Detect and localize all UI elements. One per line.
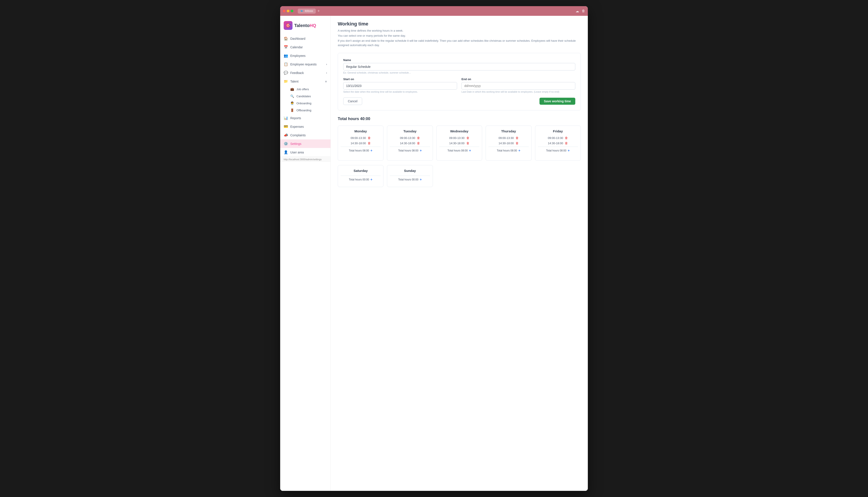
delete-friday-slot-2[interactable]: 🗑 [565, 141, 568, 145]
end-label: End on [461, 77, 575, 81]
hours-section: Total hours 40:00 Monday 09:00-13:30 🗑 1… [338, 116, 581, 187]
sidebar-item-complaints[interactable]: 📣 Complaints [280, 131, 331, 139]
monday-slot-2: 14:30-18:00 🗑 [341, 141, 381, 145]
sidebar-item-offboarding[interactable]: 🚪 Offboarding [280, 107, 331, 114]
saturday-total: Total hours 00:00 [349, 178, 369, 181]
complaints-icon: 📣 [284, 133, 288, 137]
titlebar: 🐦 RRHH + ☁ 🗑 [280, 6, 588, 16]
wednesday-slot-1: 09:00-13:30 🗑 [439, 136, 479, 140]
sidebar-label-reports: Reports [290, 116, 301, 120]
saturday-add-button[interactable]: + [371, 178, 372, 182]
sidebar-item-feedback[interactable]: 💬 Feedback › [280, 69, 331, 77]
tuesday-total: Total hours 08:00 [398, 149, 418, 152]
delete-wednesday-slot-1[interactable]: 🗑 [466, 136, 469, 140]
delete-friday-slot-1[interactable]: 🗑 [565, 136, 568, 140]
sidebar-item-employees[interactable]: 👥 Employees [280, 51, 331, 60]
start-label: Start on [343, 77, 457, 81]
minimize-button[interactable] [287, 10, 289, 12]
wednesday-slot-2: 14:30-18:00 🗑 [439, 141, 479, 145]
day-name-saturday: Saturday [341, 169, 381, 172]
sidebar-label-calendar: Calendar [290, 45, 303, 49]
sidebar-item-employee-requests[interactable]: 📋 Employee requests › [280, 60, 331, 69]
day-name-monday: Monday [341, 129, 381, 133]
maximize-button[interactable] [291, 10, 293, 12]
start-input[interactable] [343, 82, 457, 89]
active-tab[interactable]: 🐦 RRHH [298, 9, 316, 14]
home-icon: 🏠 [284, 37, 288, 41]
total-hours-title: Total hours 40:00 [338, 116, 581, 121]
cancel-button[interactable]: Cancel [343, 98, 362, 105]
sidebar-label-employee-requests: Employee requests [290, 62, 317, 66]
expenses-icon: 💳 [284, 125, 288, 129]
delete-wednesday-slot-2[interactable]: 🗑 [466, 141, 469, 145]
sidebar-label-feedback: Feedback [290, 71, 304, 75]
end-input[interactable] [461, 82, 575, 89]
sidebar-item-user-area[interactable]: 👤 User area [280, 148, 331, 157]
thursday-add-button[interactable]: + [519, 148, 520, 153]
wednesday-add-button[interactable]: + [469, 148, 471, 153]
tuesday-add-button[interactable]: + [420, 148, 422, 153]
delete-thursday-slot-2[interactable]: 🗑 [515, 141, 519, 145]
cloud-icon[interactable]: ☁ [576, 9, 579, 13]
start-hint: Select the date when this working time w… [343, 90, 457, 93]
desc-3: If you don't assign an end date to the r… [338, 39, 581, 48]
desc-1: A working time defines the working hours… [338, 29, 581, 33]
feedback-icon: 💬 [284, 71, 288, 75]
friday-add-button[interactable]: + [568, 148, 569, 153]
new-tab-button[interactable]: + [318, 9, 320, 13]
sidebar-label-candidates: Candidates [297, 95, 311, 98]
close-button[interactable] [283, 10, 286, 12]
traffic-lights [283, 10, 293, 12]
app-window: 🐦 RRHH + ☁ 🗑 🎯 TalentoHQ 🏠 Dashboard [280, 6, 588, 491]
save-button[interactable]: Save working time [539, 98, 575, 105]
sidebar-label-job-offers: Job offers [297, 88, 309, 91]
friday-slot-1: 09:00-13:30 🗑 [538, 136, 578, 140]
form-actions: Cancel Save working time [343, 98, 575, 105]
user-area-icon: 👤 [284, 150, 288, 154]
day-name-wednesday: Wednesday [439, 129, 479, 133]
tab-bar: 🐦 RRHH + [298, 9, 320, 14]
sidebar-item-candidates[interactable]: 🔍 Candidates [280, 93, 331, 100]
sidebar-label-employees: Employees [290, 54, 305, 57]
titlebar-actions: ☁ 🗑 [576, 9, 585, 13]
sidebar-label-expenses: Expenses [290, 125, 304, 128]
day-name-tuesday: Tuesday [390, 129, 430, 133]
day-tuesday: Tuesday 09:00-13:30 🗑 14:30-18:00 🗑 Tota… [387, 126, 433, 161]
sidebar-item-dashboard[interactable]: 🏠 Dashboard [280, 34, 331, 43]
friday-total: Total hours 08:00 [546, 149, 566, 152]
day-name-thursday: Thursday [488, 129, 528, 133]
sunday-total: Total hours 00:00 [398, 178, 418, 181]
sidebar-item-settings[interactable]: ⚙️ Settings [280, 139, 331, 148]
delete-monday-slot-2[interactable]: 🗑 [368, 141, 371, 145]
sidebar-label-offboarding: Offboarding [297, 109, 312, 112]
trash-icon[interactable]: 🗑 [582, 9, 585, 13]
sunday-add-button[interactable]: + [420, 178, 422, 182]
status-url: http://localhost:3000/admin/settings [284, 158, 321, 161]
delete-tuesday-slot-1[interactable]: 🗑 [417, 136, 420, 140]
sidebar-item-expenses[interactable]: 💳 Expenses [280, 122, 331, 131]
weekdays-grid: Monday 09:00-13:30 🗑 14:30-18:00 🗑 Total… [338, 126, 581, 161]
sidebar-label-complaints: Complaints [290, 133, 306, 137]
sidebar-item-reports[interactable]: 📊 Reports [280, 114, 331, 122]
end-on-group: End on Last Date in which this working t… [461, 77, 575, 93]
thursday-slot-2: 14:30-18:00 🗑 [488, 141, 528, 145]
monday-total: Total hours 08:00 [349, 149, 369, 152]
sidebar-item-calendar[interactable]: 📅 Calendar [280, 43, 331, 51]
delete-monday-slot-1[interactable]: 🗑 [368, 136, 371, 140]
desc-2: You can select one or many periods for t… [338, 33, 581, 38]
sidebar-item-onboarding[interactable]: 🧑‍💼 Onboarding [280, 100, 331, 107]
day-friday: Friday 09:00-13:30 🗑 14:30-18:00 🗑 Total… [535, 126, 581, 161]
requests-icon: 📋 [284, 62, 288, 66]
onboarding-icon: 🧑‍💼 [290, 101, 294, 105]
delete-thursday-slot-1[interactable]: 🗑 [515, 136, 519, 140]
offboarding-icon: 🚪 [290, 109, 294, 112]
name-label: Name [343, 58, 575, 62]
logo-text: TalentoHQ [294, 23, 316, 28]
monday-add-button[interactable]: + [371, 148, 372, 153]
monday-slot-1: 09:00-13:30 🗑 [341, 136, 381, 140]
tuesday-slot-2: 14:30-18:00 🗑 [390, 141, 430, 145]
sidebar-item-job-offers[interactable]: 💼 Job offers [280, 86, 331, 93]
delete-tuesday-slot-2[interactable]: 🗑 [417, 141, 420, 145]
sidebar-item-talent[interactable]: 📁 Talent ∨ [280, 77, 331, 86]
name-input[interactable] [343, 63, 575, 70]
